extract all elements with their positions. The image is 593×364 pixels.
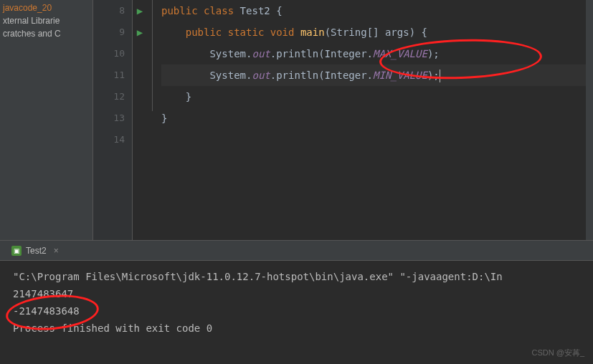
console-tab-label: Test2 xyxy=(26,246,47,256)
editor-scrollbar[interactable] xyxy=(586,0,593,240)
code-line-14[interactable] xyxy=(161,129,593,150)
code-line-12[interactable]: } xyxy=(161,86,593,107)
line-number: 10 xyxy=(93,43,132,64)
code-line-9[interactable]: public static void main(String[] args) { xyxy=(161,21,593,43)
code-content[interactable]: public class Test2 { public static void … xyxy=(161,0,593,150)
line-number: 9 xyxy=(93,21,132,43)
run-class-icon[interactable]: ▶ xyxy=(133,0,147,21)
code-line-8[interactable]: public class Test2 { xyxy=(161,0,593,21)
sidebar-item-scratches[interactable]: cratches and C xyxy=(0,27,92,40)
console-output-line: 2147483647 xyxy=(13,285,580,302)
close-tab-icon[interactable]: × xyxy=(54,246,59,256)
line-number: 13 xyxy=(93,107,132,129)
sidebar-item-project[interactable]: javacode_20 xyxy=(0,1,92,14)
run-main-icon[interactable]: ▶ xyxy=(133,21,147,43)
run-gutter: ▶ ▶ xyxy=(133,0,147,240)
text-caret xyxy=(440,70,440,82)
code-line-13[interactable]: } xyxy=(161,107,593,129)
run-config-icon: ▣ xyxy=(11,246,22,256)
watermark: CSDN @安苒_ xyxy=(531,348,584,358)
console-tab-bar: ▣ Test2 × xyxy=(0,241,593,261)
run-console-panel: ▣ Test2 × "C:\Program Files\Microsoft\jd… xyxy=(0,240,593,364)
console-output[interactable]: "C:\Program Files\Microsoft\jdk-11.0.12.… xyxy=(0,261,593,344)
console-exit-line: Process finished with exit code 0 xyxy=(13,320,580,337)
code-editor[interactable]: 8 9 10 11 12 13 14 ▶ ▶ public class Test… xyxy=(93,0,593,240)
console-command-line: "C:\Program Files\Microsoft\jdk-11.0.12.… xyxy=(13,268,580,285)
fold-indicator xyxy=(152,0,153,111)
line-number: 8 xyxy=(93,0,132,21)
code-line-11[interactable]: System.out.println(Integer.MIN_VALUE); xyxy=(161,64,593,86)
line-number: 14 xyxy=(93,129,132,150)
sidebar-item-libraries[interactable]: xternal Librarie xyxy=(0,14,92,27)
console-output-line: -2147483648 xyxy=(13,302,580,320)
editor-area: javacode_20 xternal Librarie cratches an… xyxy=(0,0,593,240)
console-tab[interactable]: ▣ Test2 × xyxy=(6,243,65,259)
project-sidebar: javacode_20 xternal Librarie cratches an… xyxy=(0,0,93,240)
line-number: 11 xyxy=(93,64,132,86)
line-number-gutter: 8 9 10 11 12 13 14 xyxy=(93,0,133,240)
code-line-10[interactable]: System.out.println(Integer.MAX_VALUE); xyxy=(161,43,593,64)
line-number: 12 xyxy=(93,86,132,107)
